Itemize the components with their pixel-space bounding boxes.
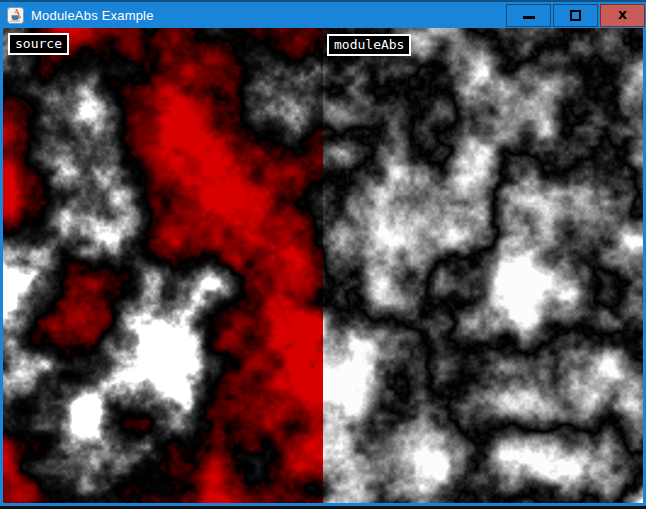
render-area: source moduleAbs <box>3 28 643 503</box>
window-controls: x <box>506 4 645 27</box>
java-app-icon <box>7 7 24 24</box>
app-window: ModuleAbs Example x source moduleAbs <box>0 0 646 506</box>
minimize-icon <box>523 16 535 19</box>
titlebar[interactable]: ModuleAbs Example x <box>0 0 646 28</box>
minimize-button[interactable] <box>506 4 551 27</box>
maximize-icon <box>570 10 581 21</box>
window-title: ModuleAbs Example <box>31 8 154 23</box>
maximize-button[interactable] <box>553 4 598 27</box>
close-icon: x <box>618 7 627 21</box>
moduleabs-panel-label: moduleAbs <box>327 34 411 56</box>
noise-canvas <box>3 28 643 503</box>
close-button[interactable]: x <box>600 4 645 27</box>
source-panel-label: source <box>8 33 69 55</box>
